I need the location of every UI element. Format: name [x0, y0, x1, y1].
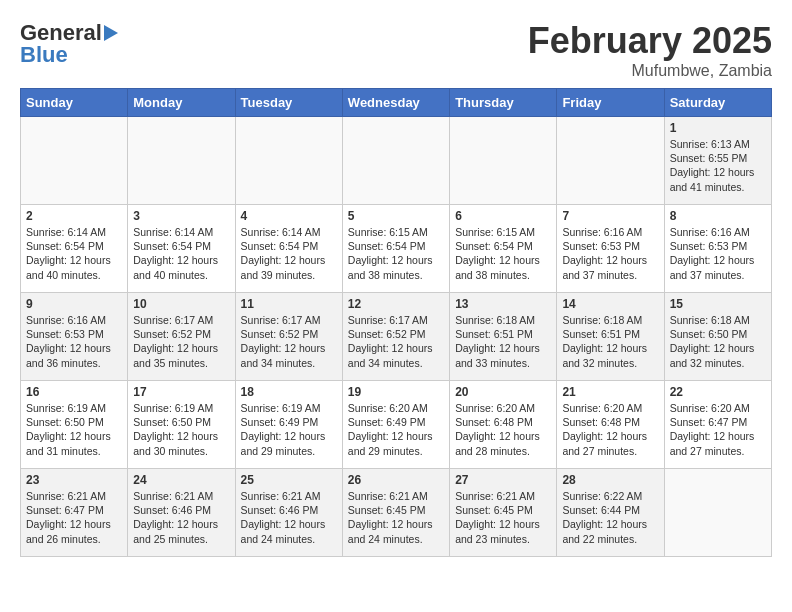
day-number: 16 [26, 385, 122, 399]
day-number: 5 [348, 209, 444, 223]
day-number: 14 [562, 297, 658, 311]
day-info: Sunrise: 6:21 AM Sunset: 6:47 PM Dayligh… [26, 489, 122, 546]
calendar-day-17: 17Sunrise: 6:19 AM Sunset: 6:50 PM Dayli… [128, 381, 235, 469]
calendar-day-10: 10Sunrise: 6:17 AM Sunset: 6:52 PM Dayli… [128, 293, 235, 381]
day-info: Sunrise: 6:14 AM Sunset: 6:54 PM Dayligh… [26, 225, 122, 282]
day-number: 25 [241, 473, 337, 487]
calendar-table: SundayMondayTuesdayWednesdayThursdayFrid… [20, 88, 772, 557]
title-block: February 2025 Mufumbwe, Zambia [528, 20, 772, 80]
weekday-header-row: SundayMondayTuesdayWednesdayThursdayFrid… [21, 89, 772, 117]
page-subtitle: Mufumbwe, Zambia [528, 62, 772, 80]
day-info: Sunrise: 6:19 AM Sunset: 6:50 PM Dayligh… [26, 401, 122, 458]
day-info: Sunrise: 6:20 AM Sunset: 6:49 PM Dayligh… [348, 401, 444, 458]
calendar-day-11: 11Sunrise: 6:17 AM Sunset: 6:52 PM Dayli… [235, 293, 342, 381]
day-info: Sunrise: 6:20 AM Sunset: 6:48 PM Dayligh… [562, 401, 658, 458]
weekday-header-thursday: Thursday [450, 89, 557, 117]
day-info: Sunrise: 6:20 AM Sunset: 6:47 PM Dayligh… [670, 401, 766, 458]
day-info: Sunrise: 6:15 AM Sunset: 6:54 PM Dayligh… [348, 225, 444, 282]
calendar-day-13: 13Sunrise: 6:18 AM Sunset: 6:51 PM Dayli… [450, 293, 557, 381]
day-number: 28 [562, 473, 658, 487]
day-info: Sunrise: 6:15 AM Sunset: 6:54 PM Dayligh… [455, 225, 551, 282]
calendar-empty-cell [128, 117, 235, 205]
day-number: 22 [670, 385, 766, 399]
calendar-day-14: 14Sunrise: 6:18 AM Sunset: 6:51 PM Dayli… [557, 293, 664, 381]
day-info: Sunrise: 6:17 AM Sunset: 6:52 PM Dayligh… [133, 313, 229, 370]
day-info: Sunrise: 6:18 AM Sunset: 6:50 PM Dayligh… [670, 313, 766, 370]
day-number: 4 [241, 209, 337, 223]
day-info: Sunrise: 6:21 AM Sunset: 6:46 PM Dayligh… [241, 489, 337, 546]
weekday-header-friday: Friday [557, 89, 664, 117]
calendar-day-1: 1Sunrise: 6:13 AM Sunset: 6:55 PM Daylig… [664, 117, 771, 205]
calendar-day-12: 12Sunrise: 6:17 AM Sunset: 6:52 PM Dayli… [342, 293, 449, 381]
calendar-day-6: 6Sunrise: 6:15 AM Sunset: 6:54 PM Daylig… [450, 205, 557, 293]
day-number: 12 [348, 297, 444, 311]
calendar-day-21: 21Sunrise: 6:20 AM Sunset: 6:48 PM Dayli… [557, 381, 664, 469]
day-number: 17 [133, 385, 229, 399]
day-info: Sunrise: 6:19 AM Sunset: 6:50 PM Dayligh… [133, 401, 229, 458]
logo-blue: Blue [20, 42, 68, 68]
day-info: Sunrise: 6:16 AM Sunset: 6:53 PM Dayligh… [562, 225, 658, 282]
calendar-day-19: 19Sunrise: 6:20 AM Sunset: 6:49 PM Dayli… [342, 381, 449, 469]
calendar-day-7: 7Sunrise: 6:16 AM Sunset: 6:53 PM Daylig… [557, 205, 664, 293]
day-number: 11 [241, 297, 337, 311]
day-number: 9 [26, 297, 122, 311]
day-info: Sunrise: 6:20 AM Sunset: 6:48 PM Dayligh… [455, 401, 551, 458]
day-info: Sunrise: 6:21 AM Sunset: 6:46 PM Dayligh… [133, 489, 229, 546]
calendar-week-row: 1Sunrise: 6:13 AM Sunset: 6:55 PM Daylig… [21, 117, 772, 205]
calendar-day-5: 5Sunrise: 6:15 AM Sunset: 6:54 PM Daylig… [342, 205, 449, 293]
calendar-week-row: 2Sunrise: 6:14 AM Sunset: 6:54 PM Daylig… [21, 205, 772, 293]
day-info: Sunrise: 6:16 AM Sunset: 6:53 PM Dayligh… [26, 313, 122, 370]
day-info: Sunrise: 6:17 AM Sunset: 6:52 PM Dayligh… [241, 313, 337, 370]
calendar-day-24: 24Sunrise: 6:21 AM Sunset: 6:46 PM Dayli… [128, 469, 235, 557]
day-number: 19 [348, 385, 444, 399]
calendar-day-3: 3Sunrise: 6:14 AM Sunset: 6:54 PM Daylig… [128, 205, 235, 293]
day-info: Sunrise: 6:19 AM Sunset: 6:49 PM Dayligh… [241, 401, 337, 458]
calendar-empty-cell [664, 469, 771, 557]
calendar-week-row: 16Sunrise: 6:19 AM Sunset: 6:50 PM Dayli… [21, 381, 772, 469]
calendar-day-18: 18Sunrise: 6:19 AM Sunset: 6:49 PM Dayli… [235, 381, 342, 469]
day-info: Sunrise: 6:21 AM Sunset: 6:45 PM Dayligh… [455, 489, 551, 546]
calendar-day-28: 28Sunrise: 6:22 AM Sunset: 6:44 PM Dayli… [557, 469, 664, 557]
calendar-day-4: 4Sunrise: 6:14 AM Sunset: 6:54 PM Daylig… [235, 205, 342, 293]
day-number: 1 [670, 121, 766, 135]
day-number: 18 [241, 385, 337, 399]
calendar-day-23: 23Sunrise: 6:21 AM Sunset: 6:47 PM Dayli… [21, 469, 128, 557]
day-info: Sunrise: 6:18 AM Sunset: 6:51 PM Dayligh… [562, 313, 658, 370]
calendar-day-22: 22Sunrise: 6:20 AM Sunset: 6:47 PM Dayli… [664, 381, 771, 469]
calendar-day-9: 9Sunrise: 6:16 AM Sunset: 6:53 PM Daylig… [21, 293, 128, 381]
calendar-week-row: 23Sunrise: 6:21 AM Sunset: 6:47 PM Dayli… [21, 469, 772, 557]
day-info: Sunrise: 6:13 AM Sunset: 6:55 PM Dayligh… [670, 137, 766, 194]
day-number: 24 [133, 473, 229, 487]
day-number: 13 [455, 297, 551, 311]
page-header: General Blue February 2025 Mufumbwe, Zam… [20, 20, 772, 80]
day-number: 10 [133, 297, 229, 311]
calendar-day-2: 2Sunrise: 6:14 AM Sunset: 6:54 PM Daylig… [21, 205, 128, 293]
calendar-day-27: 27Sunrise: 6:21 AM Sunset: 6:45 PM Dayli… [450, 469, 557, 557]
day-number: 20 [455, 385, 551, 399]
day-number: 15 [670, 297, 766, 311]
day-info: Sunrise: 6:21 AM Sunset: 6:45 PM Dayligh… [348, 489, 444, 546]
calendar-day-20: 20Sunrise: 6:20 AM Sunset: 6:48 PM Dayli… [450, 381, 557, 469]
weekday-header-sunday: Sunday [21, 89, 128, 117]
day-number: 7 [562, 209, 658, 223]
calendar-day-8: 8Sunrise: 6:16 AM Sunset: 6:53 PM Daylig… [664, 205, 771, 293]
day-number: 6 [455, 209, 551, 223]
calendar-empty-cell [557, 117, 664, 205]
day-info: Sunrise: 6:22 AM Sunset: 6:44 PM Dayligh… [562, 489, 658, 546]
day-info: Sunrise: 6:16 AM Sunset: 6:53 PM Dayligh… [670, 225, 766, 282]
day-number: 2 [26, 209, 122, 223]
day-info: Sunrise: 6:18 AM Sunset: 6:51 PM Dayligh… [455, 313, 551, 370]
day-number: 23 [26, 473, 122, 487]
logo-arrow-icon [104, 25, 118, 41]
calendar-day-25: 25Sunrise: 6:21 AM Sunset: 6:46 PM Dayli… [235, 469, 342, 557]
day-number: 26 [348, 473, 444, 487]
calendar-empty-cell [21, 117, 128, 205]
calendar-empty-cell [235, 117, 342, 205]
day-info: Sunrise: 6:14 AM Sunset: 6:54 PM Dayligh… [241, 225, 337, 282]
page-title: February 2025 [528, 20, 772, 62]
logo: General Blue [20, 20, 118, 68]
calendar-empty-cell [342, 117, 449, 205]
calendar-week-row: 9Sunrise: 6:16 AM Sunset: 6:53 PM Daylig… [21, 293, 772, 381]
day-number: 27 [455, 473, 551, 487]
day-number: 3 [133, 209, 229, 223]
